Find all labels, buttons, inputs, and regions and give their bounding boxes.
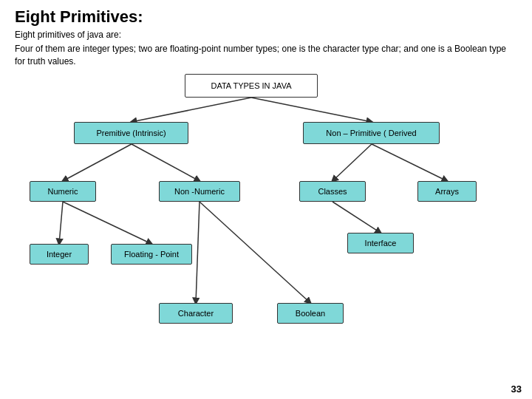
connector-lines [15, 74, 517, 347]
node-nonprimitive: Non – Primitive ( Derived [303, 122, 440, 144]
svg-line-5 [332, 144, 372, 181]
node-numeric: Numeric [30, 181, 96, 202]
svg-line-1 [132, 98, 251, 122]
subtitle: Eight primitives of java are: [15, 30, 517, 40]
svg-line-9 [196, 202, 200, 303]
page-number: 33 [511, 383, 522, 395]
description: Four of them are integer types; two are … [15, 43, 517, 68]
node-interface: Interface [347, 233, 414, 253]
node-nonnumeric: Non -Numeric [159, 181, 240, 202]
svg-line-6 [372, 144, 447, 181]
page: Eight Primitives: Eight primitives of ja… [0, 0, 532, 399]
node-floatingpoint: Floating - Point [111, 244, 192, 265]
svg-line-2 [251, 98, 372, 122]
node-primitive: Premitive (Intrinsic) [74, 122, 188, 144]
svg-line-7 [59, 202, 63, 244]
svg-line-8 [63, 202, 151, 244]
node-root: DATA TYPES IN JAVA [185, 74, 318, 98]
node-classes: Classes [299, 181, 366, 202]
node-arrays: Arrays [417, 181, 477, 202]
node-character: Character [159, 303, 233, 324]
page-title: Eight Primitives: [15, 7, 517, 27]
node-boolean: Boolean [277, 303, 344, 324]
svg-line-4 [132, 144, 200, 181]
svg-line-11 [332, 202, 381, 233]
node-integer: Integer [30, 244, 89, 265]
diagram: DATA TYPES IN JAVA Premitive (Intrinsic)… [15, 74, 517, 347]
svg-line-3 [63, 144, 132, 181]
svg-line-10 [200, 202, 310, 303]
